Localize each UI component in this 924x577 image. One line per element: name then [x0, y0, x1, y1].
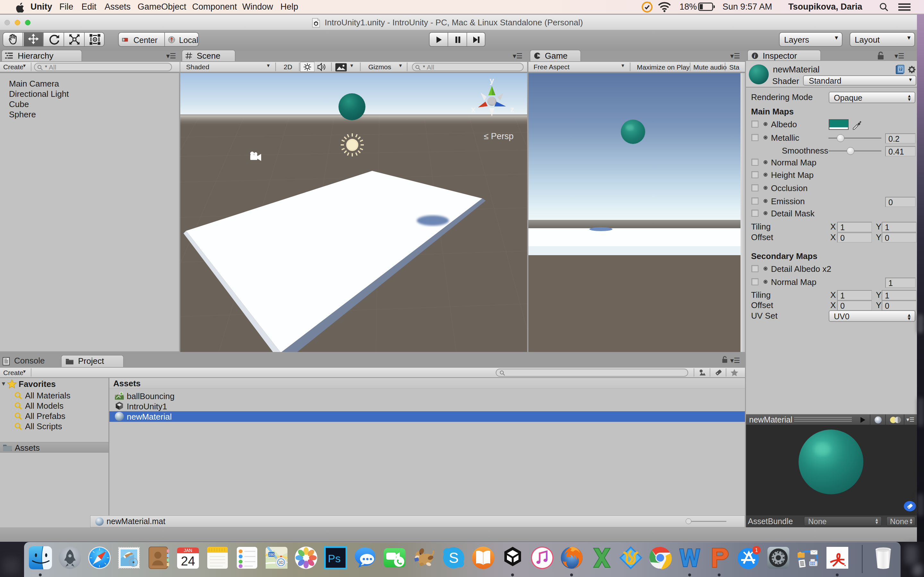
svg-text:S: S: [449, 550, 459, 566]
svg-text:24: 24: [181, 554, 195, 568]
svg-text:?: ?: [899, 67, 901, 71]
svg-text:y: y: [489, 76, 494, 85]
svg-text:1: 1: [755, 547, 758, 553]
svg-text:z: z: [510, 105, 514, 114]
svg-text:280: 280: [268, 553, 274, 556]
svg-text:≤ Persp: ≤ Persp: [484, 131, 514, 141]
svg-text:3D: 3D: [278, 560, 284, 565]
svg-text:i: i: [754, 53, 756, 59]
svg-text:JAN: JAN: [184, 548, 192, 553]
svg-text:x: x: [471, 105, 475, 114]
svg-text:Ps: Ps: [328, 552, 341, 564]
